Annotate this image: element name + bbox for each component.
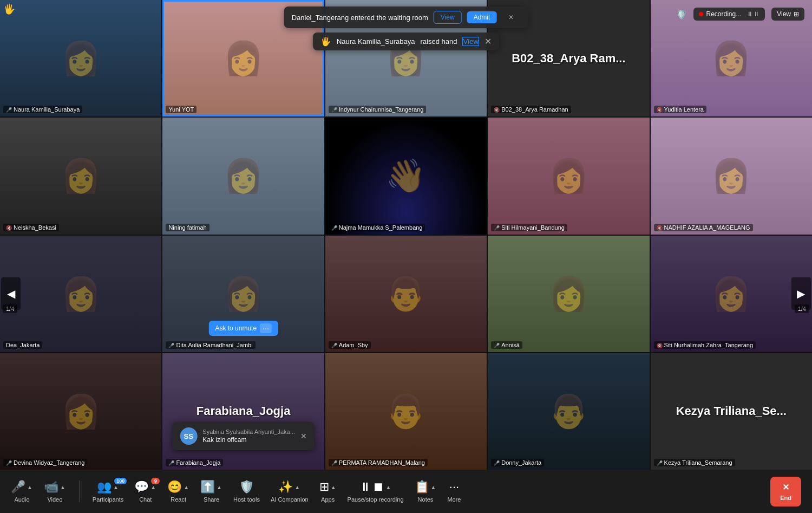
share-label: Share [204,496,219,503]
shield-icon: 🛡️ [676,9,687,20]
mic-icon-18 [331,459,337,466]
participants-tool[interactable]: 👥 ▲ Participants 100 [93,480,123,503]
waiting-room-close-button[interactable]: ✕ [502,11,520,23]
video-cell-18: 👨 PERMATA RAMADHAN_Malang [325,353,487,470]
video-icon: 📹 [44,480,58,494]
mic-icon-17 [168,459,174,466]
label-18: PERMATA RAMADHAN_Malang [329,459,428,466]
video-cell-16: 👩 Devina Widyaz_Tangerang [0,353,161,470]
more-tool[interactable]: ··· More [447,480,461,503]
label-17: Farabiana_Jogja [166,459,223,466]
hand-raise-close-button[interactable]: ✕ [484,36,492,47]
name-overlay-20: Kezya Triliana_Se... [671,399,792,424]
hand-raise-emoji: 🖐️ [320,36,331,47]
chat-caret[interactable]: ▲ [150,484,156,490]
mic-icon-15 [657,342,663,348]
recording-badge: Recording... ⏸⏸ [693,8,765,21]
label-7: Nining fatimah [166,224,209,231]
mic-icon-3 [331,106,337,113]
label-16: Devina Widyaz_Tangerang [3,459,87,466]
recording-pause-icon: ⏸⏸ [746,10,759,18]
label-5: Yuditia Lentera [654,106,706,113]
apps-tool[interactable]: ⊞ ▲ Apps [319,480,337,503]
video-cell-10: 👩 NADHIF AZALIA A_MAGELANG [651,118,812,234]
share-caret[interactable]: ▲ [216,484,222,490]
react-icon: 😊 [167,480,182,494]
unmute-more-button[interactable]: ··· [260,323,272,333]
ai-companion-caret[interactable]: ▲ [294,484,300,490]
next-page-button[interactable]: ▶ [791,277,811,310]
waiting-room-admit-button[interactable]: Admit [467,11,497,23]
label-8: Najma Mamukka S_Palembang [329,224,425,231]
chat-icon: 💬 [134,480,149,494]
waiting-room-message: Daniel_Tangerang entered the waiting roo… [292,14,428,22]
video-caret[interactable]: ▲ [60,484,66,490]
chat-close-button[interactable]: ✕ [300,432,307,440]
mic-icon-8 [331,224,337,231]
mic-icon-20 [657,459,663,466]
video-cell-6: 👩 Neiskha_Bekasi [0,118,161,234]
chat-message: Kak izin offcam [202,436,295,444]
video-tool[interactable]: 📹 ▲ Video [44,480,66,503]
pause-label: Pause/stop recording [348,496,404,503]
video-cell-8: 👋 Najma Mamukka S_Palembang [325,118,487,234]
notes-caret[interactable]: ▲ [430,484,437,490]
notes-tool[interactable]: 📋 ▲ Notes [415,480,437,503]
hand-raise-notification: 🖐️ Naura Kamilia_Surabaya raised hand Vi… [313,33,499,50]
toolbar-separator-1 [79,480,80,502]
end-label: End [780,495,791,501]
hand-raise-message: raised hand [420,37,457,46]
recording-label: Recording... [706,10,742,18]
view-layout-button[interactable]: View ⊞ [771,8,804,21]
share-icon: ⬆️ [200,480,215,494]
toolbar-right: ✕ End [770,477,801,506]
host-tools-label: Host tools [233,496,260,503]
unmute-popup: Ask to unmute ··· [208,321,278,336]
label-12: Dita Aulia Ramadhani_Jambi [166,341,255,349]
grid-icon: ⊞ [794,10,799,18]
host-tools-tool[interactable]: 🛡️ Host tools [233,480,260,503]
participants-caret[interactable]: ▲ [113,484,119,490]
audio-tool[interactable]: 🎤 ▲ Audio [11,480,33,503]
react-caret[interactable]: ▲ [183,484,189,490]
chat-notification: SS Syabina Syalsabila Ariyanti_Jaka... K… [172,422,315,450]
label-3: Indynur Chairunnisa_Tangerang [329,106,427,113]
audio-label: Audio [14,496,29,503]
more-icon: ··· [449,480,459,494]
video-cell-19: 👨 Donny_Jakarta [488,353,649,470]
participants-icon: 👥 [97,480,112,494]
chat-tool[interactable]: 💬 ▲ Chat 9 [134,480,156,503]
share-tool[interactable]: ⬆️ ▲ Share [200,480,222,503]
pause-recording-tool[interactable]: ⏸ ⏹ ▲ Pause/stop recording [348,480,404,503]
apps-caret[interactable]: ▲ [330,484,337,490]
react-tool[interactable]: 😊 ▲ React [167,480,189,503]
label-15: Siti Nurhalimah Zahra_Tangerang [654,341,756,349]
label-4: B02_38_Arya Ramadhan [491,106,571,113]
video-cell-14: 👩 Annisă [488,236,649,352]
label-20: Kezya Triliana_Semarang [654,459,735,466]
mic-icon-10 [657,224,663,231]
video-cell-20: Kezya Triliana_Se... Kezya Triliana_Sema… [651,353,812,470]
video-cell-17: Farabiana_Jogja Farabiana_Jogja SS Syabi… [162,353,324,470]
top-right-controls: 🛡️ Recording... ⏸⏸ View ⊞ [676,8,805,21]
video-cell-1: 👩 🖐️ Naura Kamilia_Surabaya [0,0,161,116]
notes-icon: 📋 [415,480,429,494]
end-button[interactable]: ✕ End [770,477,801,506]
pause-icon: ⏸ [359,480,371,494]
mic-icon-4 [494,106,500,113]
recording-dot [699,12,703,16]
pause-caret[interactable]: ▲ [385,484,392,490]
hand-raise-view-button[interactable]: View [462,37,479,46]
label-19: Donny_Jakarta [491,459,544,466]
prev-page-button[interactable]: ◀ [1,277,21,310]
stop-icon: ⏹ [372,480,384,494]
mic-icon-9 [494,224,500,231]
ai-companion-icon: ✨ [278,480,293,494]
waiting-room-view-button[interactable]: View [434,11,462,24]
name-overlay-4: B02_38_Arya Ram... [506,46,631,71]
video-cell-11: 👩 1/4 ◀ Dea_Jakarta [0,236,161,352]
participants-badge: 100 [114,478,127,484]
more-label: More [447,496,461,503]
audio-caret[interactable]: ▲ [27,484,33,490]
ai-companion-tool[interactable]: ✨ ▲ AI Companion [271,480,309,503]
